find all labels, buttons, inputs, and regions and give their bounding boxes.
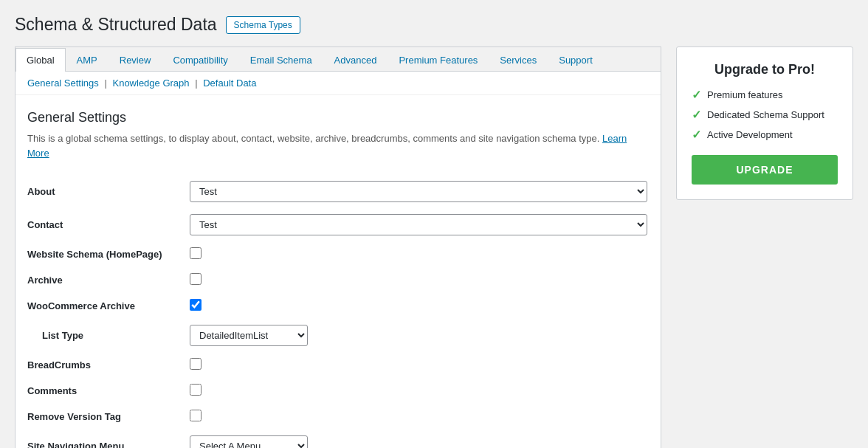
breadcrumb-default-data[interactable]: Default Data <box>203 77 256 89</box>
schema-types-button[interactable]: Schema Types <box>226 16 300 34</box>
about-select[interactable]: Test <box>190 181 647 202</box>
check-icon: ✓ <box>692 108 701 122</box>
tab-review[interactable]: Review <box>108 48 162 72</box>
breadcrumb: General Settings | Knowledge Graph | Def… <box>16 72 661 95</box>
table-row: WooCommerce Archive <box>27 293 649 319</box>
section-description: This is a global schema settings, to dis… <box>27 131 649 160</box>
table-row: List Type DetailedItemList <box>27 319 649 352</box>
feature-premium: Premium features <box>707 89 783 100</box>
field-label-archive: Archive <box>27 267 190 293</box>
list-item: ✓ Premium features <box>692 88 838 102</box>
field-label-comments: Comments <box>27 378 190 404</box>
table-row: Archive <box>27 267 649 293</box>
tab-global[interactable]: Global <box>16 48 66 72</box>
section-title: General Settings <box>27 110 649 125</box>
table-row: BreadCrumbs <box>27 352 649 378</box>
breadcrumb-general-settings[interactable]: General Settings <box>27 77 99 89</box>
tab-bar: Global AMP Review Compatibility Email Sc… <box>16 47 661 72</box>
upgrade-title: Upgrade to Pro! <box>692 62 838 77</box>
tab-support[interactable]: Support <box>548 48 604 72</box>
field-label-website-schema: Website Schema (HomePage) <box>27 241 190 267</box>
table-row: Contact Test <box>27 208 649 241</box>
list-type-select[interactable]: DetailedItemList <box>190 325 308 346</box>
field-label-woocommerce-archive: WooCommerce Archive <box>27 293 190 319</box>
upgrade-button[interactable]: UPGRADE <box>692 155 838 185</box>
settings-table: About Test Contact <box>27 175 649 448</box>
list-item: ✓ Dedicated Schema Support <box>692 108 838 122</box>
breadcrumb-knowledge-graph[interactable]: Knowledge Graph <box>112 77 189 89</box>
contact-select[interactable]: Test <box>190 214 647 235</box>
tab-email-schema[interactable]: Email Schema <box>239 48 323 72</box>
tab-premium-features[interactable]: Premium Features <box>388 48 489 72</box>
table-row: Website Schema (HomePage) <box>27 241 649 267</box>
upgrade-panel: Upgrade to Pro! ✓ Premium features ✓ Ded… <box>676 46 853 200</box>
table-row: Remove Version Tag <box>27 404 649 430</box>
site-navigation-menu-select[interactable]: Select A Menu <box>190 435 308 448</box>
field-label-breadcrumbs: BreadCrumbs <box>27 352 190 378</box>
website-schema-checkbox[interactable] <box>190 247 202 259</box>
feature-development: Active Development <box>707 129 793 140</box>
comments-checkbox[interactable] <box>190 384 202 396</box>
field-label-contact: Contact <box>27 208 190 241</box>
tab-services[interactable]: Services <box>489 48 548 72</box>
archive-checkbox[interactable] <box>190 273 202 285</box>
check-icon: ✓ <box>692 128 701 142</box>
field-label-list-type: List Type <box>27 319 190 352</box>
table-row: Comments <box>27 378 649 404</box>
tab-advanced[interactable]: Advanced <box>323 48 388 72</box>
page-title: Schema & Structured Data <box>15 15 217 35</box>
field-label-about: About <box>27 175 190 208</box>
check-icon: ✓ <box>692 88 701 102</box>
woocommerce-archive-checkbox[interactable] <box>190 299 202 311</box>
upgrade-features-list: ✓ Premium features ✓ Dedicated Schema Su… <box>692 88 838 142</box>
remove-version-tag-checkbox[interactable] <box>190 410 202 421</box>
tab-compatibility[interactable]: Compatibility <box>162 48 238 72</box>
list-item: ✓ Active Development <box>692 128 838 142</box>
feature-support: Dedicated Schema Support <box>707 109 824 120</box>
field-label-site-navigation-menu: Site Navigation Menu <box>27 430 190 448</box>
tab-amp[interactable]: AMP <box>66 48 108 72</box>
table-row: About Test <box>27 175 649 208</box>
field-label-remove-version-tag: Remove Version Tag <box>27 404 190 430</box>
breadcrumbs-checkbox[interactable] <box>190 358 202 370</box>
table-row: Site Navigation Menu Select A Menu <box>27 430 649 448</box>
